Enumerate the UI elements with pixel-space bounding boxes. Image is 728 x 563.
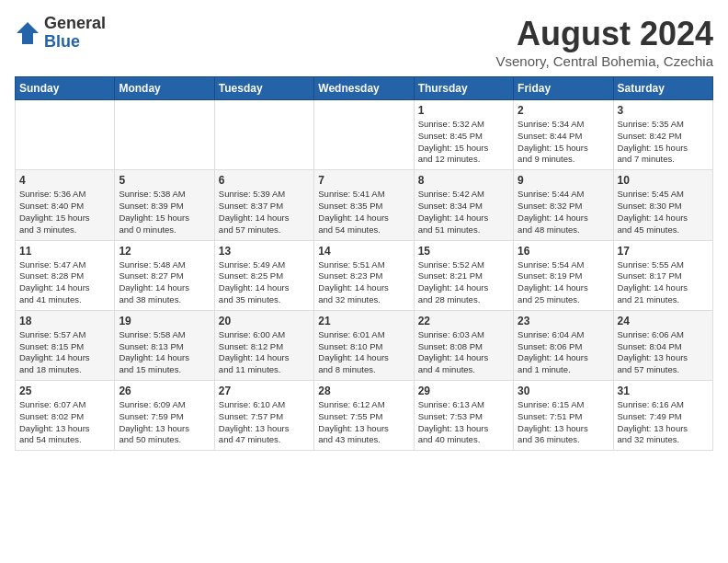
table-row: 9Sunrise: 5:44 AM Sunset: 8:32 PM Daylig… bbox=[514, 170, 613, 240]
calendar-week-row: 18Sunrise: 5:57 AM Sunset: 8:15 PM Dayli… bbox=[16, 310, 713, 380]
table-row: 18Sunrise: 5:57 AM Sunset: 8:15 PM Dayli… bbox=[16, 310, 115, 380]
day-info: Sunrise: 5:49 AM Sunset: 8:25 PM Dayligh… bbox=[219, 259, 310, 306]
day-info: Sunrise: 5:42 AM Sunset: 8:34 PM Dayligh… bbox=[418, 189, 509, 236]
table-row: 17Sunrise: 5:55 AM Sunset: 8:17 PM Dayli… bbox=[613, 240, 712, 310]
svg-marker-0 bbox=[17, 22, 39, 44]
month-title: August 2024 bbox=[496, 15, 714, 53]
table-row bbox=[115, 100, 214, 170]
header-saturday: Saturday bbox=[613, 77, 712, 100]
day-number: 11 bbox=[19, 245, 110, 258]
table-row: 11Sunrise: 5:47 AM Sunset: 8:28 PM Dayli… bbox=[16, 240, 115, 310]
table-row: 25Sunrise: 6:07 AM Sunset: 8:02 PM Dayli… bbox=[16, 381, 115, 451]
header-wednesday: Wednesday bbox=[314, 77, 414, 100]
table-row bbox=[16, 100, 115, 170]
day-info: Sunrise: 5:34 AM Sunset: 8:44 PM Dayligh… bbox=[518, 119, 609, 166]
day-number: 29 bbox=[418, 385, 509, 397]
day-info: Sunrise: 6:04 AM Sunset: 8:06 PM Dayligh… bbox=[518, 329, 609, 376]
table-row: 24Sunrise: 6:06 AM Sunset: 8:04 PM Dayli… bbox=[613, 310, 712, 380]
day-number: 23 bbox=[518, 315, 609, 327]
header-monday: Monday bbox=[115, 77, 214, 100]
table-row: 21Sunrise: 6:01 AM Sunset: 8:10 PM Dayli… bbox=[314, 310, 414, 380]
day-info: Sunrise: 6:10 AM Sunset: 7:57 PM Dayligh… bbox=[219, 399, 310, 446]
table-row bbox=[314, 100, 414, 170]
logo: General Blue bbox=[15, 15, 106, 52]
day-number: 28 bbox=[318, 385, 409, 397]
day-number: 30 bbox=[518, 385, 609, 397]
day-number: 24 bbox=[618, 315, 709, 327]
day-number: 3 bbox=[618, 104, 709, 117]
day-number: 19 bbox=[119, 315, 210, 327]
table-row: 10Sunrise: 5:45 AM Sunset: 8:30 PM Dayli… bbox=[613, 170, 712, 240]
day-info: Sunrise: 5:45 AM Sunset: 8:30 PM Dayligh… bbox=[618, 189, 709, 236]
table-row: 8Sunrise: 5:42 AM Sunset: 8:34 PM Daylig… bbox=[414, 170, 513, 240]
day-info: Sunrise: 6:16 AM Sunset: 7:49 PM Dayligh… bbox=[618, 399, 709, 446]
calendar-week-row: 25Sunrise: 6:07 AM Sunset: 8:02 PM Dayli… bbox=[16, 381, 713, 451]
table-row: 27Sunrise: 6:10 AM Sunset: 7:57 PM Dayli… bbox=[214, 381, 313, 451]
day-info: Sunrise: 5:58 AM Sunset: 8:13 PM Dayligh… bbox=[119, 329, 210, 376]
calendar-table: Sunday Monday Tuesday Wednesday Thursday… bbox=[15, 76, 713, 451]
table-row: 15Sunrise: 5:52 AM Sunset: 8:21 PM Dayli… bbox=[414, 240, 513, 310]
table-row: 4Sunrise: 5:36 AM Sunset: 8:40 PM Daylig… bbox=[16, 170, 115, 240]
day-info: Sunrise: 6:03 AM Sunset: 8:08 PM Dayligh… bbox=[418, 329, 509, 376]
day-info: Sunrise: 6:12 AM Sunset: 7:55 PM Dayligh… bbox=[318, 399, 409, 446]
header-tuesday: Tuesday bbox=[214, 77, 313, 100]
logo-general-text: General bbox=[44, 15, 106, 33]
table-row: 22Sunrise: 6:03 AM Sunset: 8:08 PM Dayli… bbox=[414, 310, 513, 380]
header-sunday: Sunday bbox=[16, 77, 115, 100]
day-number: 17 bbox=[618, 245, 709, 258]
day-number: 14 bbox=[318, 245, 409, 258]
page-header: General Blue August 2024 Vsenory, Centra… bbox=[15, 15, 713, 69]
table-row: 6Sunrise: 5:39 AM Sunset: 8:37 PM Daylig… bbox=[214, 170, 313, 240]
day-info: Sunrise: 5:38 AM Sunset: 8:39 PM Dayligh… bbox=[119, 189, 210, 236]
day-info: Sunrise: 6:09 AM Sunset: 7:59 PM Dayligh… bbox=[119, 399, 210, 446]
day-number: 8 bbox=[418, 174, 509, 187]
table-row: 13Sunrise: 5:49 AM Sunset: 8:25 PM Dayli… bbox=[214, 240, 313, 310]
day-info: Sunrise: 5:54 AM Sunset: 8:19 PM Dayligh… bbox=[518, 259, 609, 306]
table-row: 1Sunrise: 5:32 AM Sunset: 8:45 PM Daylig… bbox=[414, 100, 513, 170]
header-thursday: Thursday bbox=[414, 77, 513, 100]
day-number: 15 bbox=[418, 245, 509, 258]
day-info: Sunrise: 5:35 AM Sunset: 8:42 PM Dayligh… bbox=[618, 119, 709, 166]
title-block: August 2024 Vsenory, Central Bohemia, Cz… bbox=[496, 15, 714, 69]
table-row: 12Sunrise: 5:48 AM Sunset: 8:27 PM Dayli… bbox=[115, 240, 214, 310]
table-row: 30Sunrise: 6:15 AM Sunset: 7:51 PM Dayli… bbox=[514, 381, 613, 451]
day-number: 20 bbox=[219, 315, 310, 327]
table-row: 26Sunrise: 6:09 AM Sunset: 7:59 PM Dayli… bbox=[115, 381, 214, 451]
day-info: Sunrise: 6:01 AM Sunset: 8:10 PM Dayligh… bbox=[318, 329, 409, 376]
day-number: 13 bbox=[219, 245, 310, 258]
day-number: 7 bbox=[318, 174, 409, 187]
day-number: 12 bbox=[119, 245, 210, 258]
table-row: 20Sunrise: 6:00 AM Sunset: 8:12 PM Dayli… bbox=[214, 310, 313, 380]
day-number: 22 bbox=[418, 315, 509, 327]
location-text: Vsenory, Central Bohemia, Czechia bbox=[496, 53, 714, 69]
weekday-header-row: Sunday Monday Tuesday Wednesday Thursday… bbox=[16, 77, 713, 100]
table-row: 16Sunrise: 5:54 AM Sunset: 8:19 PM Dayli… bbox=[514, 240, 613, 310]
day-number: 4 bbox=[19, 174, 110, 187]
day-info: Sunrise: 5:57 AM Sunset: 8:15 PM Dayligh… bbox=[19, 329, 110, 376]
calendar-week-row: 4Sunrise: 5:36 AM Sunset: 8:40 PM Daylig… bbox=[16, 170, 713, 240]
calendar-week-row: 1Sunrise: 5:32 AM Sunset: 8:45 PM Daylig… bbox=[16, 100, 713, 170]
day-number: 5 bbox=[119, 174, 210, 187]
day-number: 1 bbox=[418, 104, 509, 117]
day-number: 27 bbox=[219, 385, 310, 397]
day-number: 25 bbox=[19, 385, 110, 397]
day-info: Sunrise: 5:32 AM Sunset: 8:45 PM Dayligh… bbox=[418, 119, 509, 166]
day-info: Sunrise: 5:51 AM Sunset: 8:23 PM Dayligh… bbox=[318, 259, 409, 306]
day-number: 18 bbox=[19, 315, 110, 327]
table-row: 23Sunrise: 6:04 AM Sunset: 8:06 PM Dayli… bbox=[514, 310, 613, 380]
table-row: 19Sunrise: 5:58 AM Sunset: 8:13 PM Dayli… bbox=[115, 310, 214, 380]
day-number: 6 bbox=[219, 174, 310, 187]
day-info: Sunrise: 5:44 AM Sunset: 8:32 PM Dayligh… bbox=[518, 189, 609, 236]
logo-text: General Blue bbox=[44, 15, 106, 52]
day-number: 2 bbox=[518, 104, 609, 117]
day-number: 10 bbox=[618, 174, 709, 187]
day-info: Sunrise: 5:39 AM Sunset: 8:37 PM Dayligh… bbox=[219, 189, 310, 236]
table-row: 3Sunrise: 5:35 AM Sunset: 8:42 PM Daylig… bbox=[613, 100, 712, 170]
day-info: Sunrise: 6:13 AM Sunset: 7:53 PM Dayligh… bbox=[418, 399, 509, 446]
day-info: Sunrise: 5:47 AM Sunset: 8:28 PM Dayligh… bbox=[19, 259, 110, 306]
day-info: Sunrise: 5:48 AM Sunset: 8:27 PM Dayligh… bbox=[119, 259, 210, 306]
logo-icon bbox=[15, 20, 40, 46]
day-info: Sunrise: 6:07 AM Sunset: 8:02 PM Dayligh… bbox=[19, 399, 110, 446]
table-row: 14Sunrise: 5:51 AM Sunset: 8:23 PM Dayli… bbox=[314, 240, 414, 310]
day-info: Sunrise: 5:41 AM Sunset: 8:35 PM Dayligh… bbox=[318, 189, 409, 236]
